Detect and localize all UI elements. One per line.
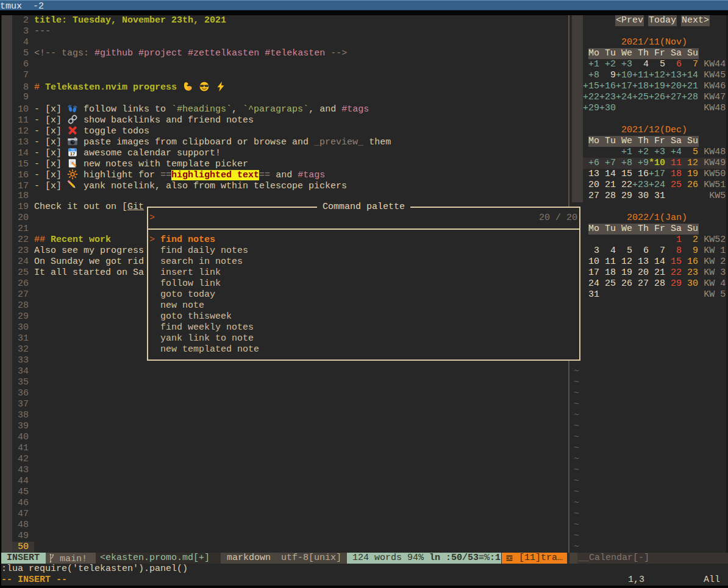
svg-text:17: 17 [70, 151, 75, 157]
